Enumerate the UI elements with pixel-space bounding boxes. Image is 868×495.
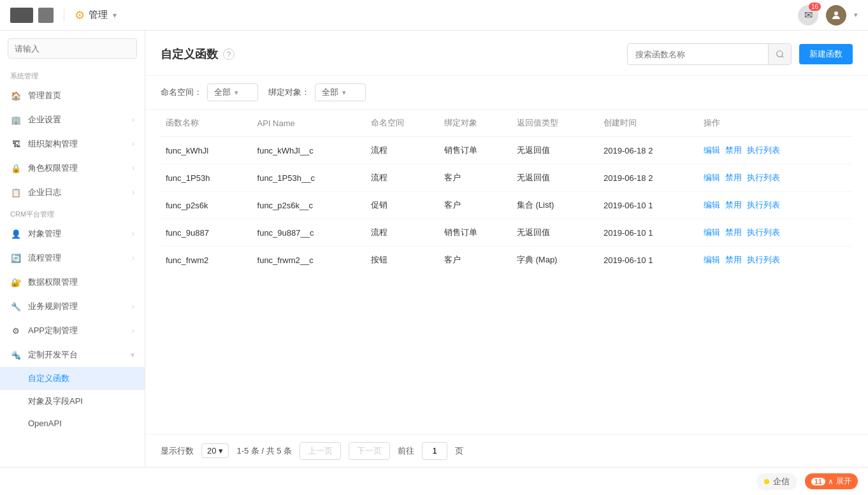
expand-count: 11 bbox=[811, 478, 825, 485]
table-row: func_1P53h func_1P53h__c 流程 客户 无返回值 2019… bbox=[161, 164, 853, 192]
sidebar-item-data-perm[interactable]: 🔐 数据权限管理 bbox=[0, 270, 145, 294]
action-1-func_kWhJl[interactable]: 禁用 bbox=[725, 145, 742, 155]
flow-arrow-icon: › bbox=[132, 254, 134, 262]
cell-created-time: 2019-06-10 1 bbox=[598, 192, 698, 219]
bottom-bar: 企信 11 ∧ 展开 bbox=[0, 467, 868, 495]
sidebar-item-object[interactable]: 👤 对象管理 › bbox=[0, 222, 145, 246]
sidebar-label-org: 组织架构管理 bbox=[28, 138, 126, 150]
sidebar-item-flow[interactable]: 🔄 流程管理 › bbox=[0, 246, 145, 270]
page-size-select[interactable]: 20 ▾ bbox=[201, 443, 229, 458]
topbar-right: ✉ 16 ▾ bbox=[798, 5, 858, 25]
sidebar-item-company[interactable]: 🏢 企业设置 › bbox=[0, 108, 145, 132]
home-icon: 🏠 bbox=[10, 90, 22, 101]
search-box bbox=[627, 43, 792, 65]
cell-actions: 编辑禁用执行列表 bbox=[698, 247, 853, 274]
help-icon[interactable]: ? bbox=[223, 48, 235, 60]
action-0-func_9u887[interactable]: 编辑 bbox=[704, 227, 720, 237]
sidebar-item-rule[interactable]: 🔧 业务规则管理 › bbox=[0, 294, 145, 319]
cell-func-name: func_frwm2 bbox=[161, 247, 252, 274]
prev-page-button[interactable]: 上一页 bbox=[300, 442, 341, 460]
sidebar-sub-item-openapi[interactable]: OpenAPI bbox=[0, 413, 145, 434]
namespace-select-value: 全部 bbox=[214, 87, 231, 98]
col-namespace: 命名空间 bbox=[366, 110, 438, 137]
search-button[interactable] bbox=[768, 44, 791, 64]
pagination-range-info: 1-5 条 / 共 5 条 bbox=[236, 445, 292, 457]
svg-line-2 bbox=[781, 56, 783, 58]
notification-bell[interactable]: ✉ 16 bbox=[798, 5, 818, 25]
page-size-value: 20 bbox=[207, 446, 216, 456]
main-title-area: 自定义函数 ? bbox=[161, 47, 235, 62]
cell-func-name: func_1P53h bbox=[161, 164, 252, 192]
topbar-brand: ⚙ 管理 ▾ bbox=[75, 8, 117, 22]
role-icon: 🔒 bbox=[10, 162, 22, 174]
action-2-func_frwm2[interactable]: 执行列表 bbox=[747, 255, 780, 264]
sidebar-sub-item-custom-func[interactable]: 自定义函数 bbox=[0, 367, 145, 390]
sidebar-item-role[interactable]: 🔒 角色权限管理 › bbox=[0, 156, 145, 180]
logo-box2 bbox=[38, 8, 54, 23]
cell-binding: 销售订单 bbox=[439, 137, 512, 164]
namespace-filter-label: 命名空间： bbox=[161, 87, 202, 98]
action-1-func_frwm2[interactable]: 禁用 bbox=[725, 255, 742, 264]
svg-point-0 bbox=[834, 11, 838, 15]
qiyexin-button[interactable]: 企信 bbox=[756, 473, 797, 490]
expand-arrow-icon: ∧ bbox=[828, 477, 834, 486]
action-2-func_kWhJl[interactable]: 执行列表 bbox=[747, 145, 780, 155]
rule-icon: 🔧 bbox=[10, 301, 22, 312]
action-0-func_1P53h[interactable]: 编辑 bbox=[704, 173, 720, 182]
expand-label: 展开 bbox=[836, 476, 851, 487]
sidebar-label-log: 企业日志 bbox=[28, 187, 126, 198]
cell-func-name: func_kWhJl bbox=[161, 137, 252, 164]
cell-actions: 编辑禁用执行列表 bbox=[698, 164, 853, 192]
col-binding: 绑定对象 bbox=[439, 110, 512, 137]
action-2-func_9u887[interactable]: 执行列表 bbox=[747, 227, 780, 237]
sidebar-item-app[interactable]: ⚙ APP定制管理 › bbox=[0, 319, 145, 343]
sidebar-label-rule: 业务规则管理 bbox=[28, 301, 126, 312]
action-1-func_p2s6k[interactable]: 禁用 bbox=[725, 200, 742, 210]
sidebar-item-org[interactable]: 🏗 组织架构管理 › bbox=[0, 132, 145, 156]
cell-api-name: func_kWhJl__c bbox=[252, 137, 366, 164]
new-function-button[interactable]: 新建函数 bbox=[799, 44, 853, 64]
action-0-func_kWhJl[interactable]: 编辑 bbox=[704, 145, 720, 155]
log-icon: 📋 bbox=[10, 187, 22, 198]
col-func-name: 函数名称 bbox=[161, 110, 252, 137]
action-0-func_p2s6k[interactable]: 编辑 bbox=[704, 200, 720, 210]
cell-return-type: 字典 (Map) bbox=[512, 247, 598, 274]
sidebar-item-dev[interactable]: 🔩 定制开发平台 ▾ bbox=[0, 343, 145, 367]
sidebar-item-home[interactable]: 🏠 管理首页 bbox=[0, 83, 145, 108]
avatar-dropdown-icon[interactable]: ▾ bbox=[854, 11, 858, 19]
layout: 系统管理 🏠 管理首页 🏢 企业设置 › 🏗 组织架构管理 › 🔒 角色权限管理… bbox=[0, 31, 868, 467]
table-row: func_kWhJl func_kWhJl__c 流程 销售订单 无返回值 20… bbox=[161, 137, 853, 164]
page-title: 自定义函数 bbox=[161, 47, 218, 62]
next-page-button[interactable]: 下一页 bbox=[349, 442, 390, 460]
sidebar-sub-item-object-api[interactable]: 对象及字段API bbox=[0, 390, 145, 413]
action-1-func_9u887[interactable]: 禁用 bbox=[725, 227, 742, 237]
dev-icon: 🔩 bbox=[10, 349, 22, 361]
org-icon: 🏗 bbox=[10, 138, 22, 150]
avatar[interactable] bbox=[826, 5, 846, 25]
cell-binding: 客户 bbox=[439, 247, 512, 274]
page-number-input[interactable] bbox=[422, 442, 447, 460]
sidebar-label-app: APP定制管理 bbox=[28, 325, 126, 336]
search-input[interactable] bbox=[628, 46, 768, 63]
cell-func-name: func_p2s6k bbox=[161, 192, 252, 219]
sidebar-item-log[interactable]: 📋 企业日志 › bbox=[0, 180, 145, 204]
namespace-select[interactable]: 全部 ▾ bbox=[207, 83, 258, 101]
cell-created-time: 2019-06-18 2 bbox=[598, 137, 698, 164]
cell-actions: 编辑禁用执行列表 bbox=[698, 219, 853, 247]
action-0-func_frwm2[interactable]: 编辑 bbox=[704, 255, 720, 264]
sidebar-search-input[interactable] bbox=[8, 38, 137, 59]
action-2-func_1P53h[interactable]: 执行列表 bbox=[747, 173, 780, 182]
cell-api-name: func_p2s6k__c bbox=[252, 192, 366, 219]
brand-dropdown-icon[interactable]: ▾ bbox=[113, 11, 117, 20]
expand-button[interactable]: 11 ∧ 展开 bbox=[805, 473, 858, 489]
binding-select[interactable]: 全部 ▾ bbox=[315, 83, 366, 101]
action-2-func_p2s6k[interactable]: 执行列表 bbox=[747, 200, 780, 210]
cell-binding: 客户 bbox=[439, 192, 512, 219]
org-arrow-icon: › bbox=[132, 140, 134, 148]
sidebar-section-sys: 系统管理 bbox=[0, 66, 145, 83]
table-body: func_kWhJl func_kWhJl__c 流程 销售订单 无返回值 20… bbox=[161, 137, 853, 274]
goto-label: 前往 bbox=[398, 445, 414, 457]
object-icon: 👤 bbox=[10, 228, 22, 240]
filters-bar: 命名空间： 全部 ▾ 绑定对象： 全部 ▾ bbox=[145, 76, 868, 110]
action-1-func_1P53h[interactable]: 禁用 bbox=[725, 173, 742, 182]
